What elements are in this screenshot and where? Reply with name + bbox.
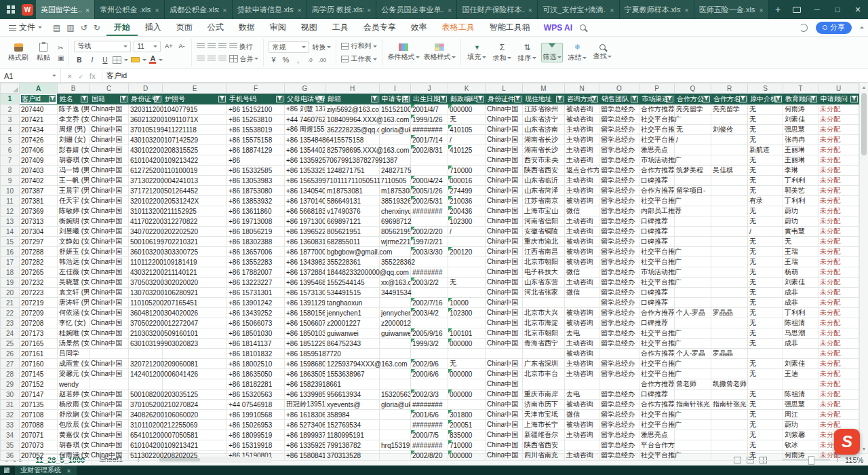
font-color-button[interactable]: A bbox=[149, 56, 156, 64]
cell[interactable]: 207173 bbox=[20, 328, 58, 339]
cell[interactable]: 成非 bbox=[783, 288, 818, 298]
cell[interactable]: 留学总经办 bbox=[599, 369, 639, 379]
cell[interactable] bbox=[411, 216, 448, 227]
cell[interactable]: 2005/1/26 bbox=[411, 186, 448, 196]
row-header[interactable]: 33 bbox=[1, 420, 20, 430]
cell[interactable]: 无 bbox=[748, 288, 783, 298]
cell[interactable]: 微信 bbox=[565, 410, 599, 420]
align-center-icon[interactable] bbox=[208, 56, 216, 62]
cell[interactable]: 留学总经办 bbox=[599, 176, 639, 186]
cell[interactable]: 合作方推荐 bbox=[639, 186, 675, 196]
cell[interactable]: 主动咨询 bbox=[565, 216, 599, 227]
cell[interactable]: +86 18002510 bbox=[227, 359, 285, 369]
cell[interactable]: 207147 bbox=[20, 390, 58, 400]
cell[interactable]: 430103200107142529 bbox=[129, 135, 163, 145]
cell[interactable]: +86 17882007 bbox=[227, 267, 285, 278]
cell[interactable]: 无 bbox=[748, 166, 783, 176]
cell[interactable]: 留学总经办 bbox=[599, 278, 639, 288]
column-header-Q[interactable]: Q bbox=[675, 83, 711, 94]
cell[interactable]: 市场活动推广 bbox=[639, 267, 675, 278]
cell[interactable]: 合作方推荐 bbox=[639, 400, 675, 410]
row-header[interactable]: 35 bbox=[1, 440, 20, 451]
cell[interactable]: 122593794XXX@163.com bbox=[326, 359, 380, 369]
cell[interactable]: 2002/5/31 bbox=[411, 196, 448, 206]
decrease-decimal-icon[interactable] bbox=[305, 57, 315, 63]
cell[interactable]: China中国 bbox=[486, 104, 523, 115]
row-header[interactable]: 32 bbox=[1, 410, 20, 420]
cell[interactable]: 110112200109181419 bbox=[129, 257, 163, 267]
scroll-up-icon[interactable] bbox=[862, 83, 867, 92]
cell[interactable]: m18753081 bbox=[326, 186, 380, 196]
column-header-E[interactable]: E bbox=[163, 83, 227, 94]
cell[interactable]: China中国 bbox=[90, 410, 129, 420]
cell[interactable]: 274499 bbox=[448, 186, 486, 196]
cell[interactable]: 未分配 bbox=[818, 206, 859, 216]
cell[interactable]: 青海省西宁 bbox=[523, 339, 565, 349]
find-button[interactable]: 查找 bbox=[591, 44, 613, 61]
cell[interactable] bbox=[711, 390, 748, 400]
cell[interactable]: 未分配 bbox=[818, 125, 859, 135]
cell[interactable]: 956613934 bbox=[326, 390, 380, 400]
cell[interactable]: 杨萌 bbox=[783, 267, 818, 278]
cell[interactable]: 何雨涛 bbox=[783, 104, 818, 115]
scroll-down-icon[interactable] bbox=[862, 444, 867, 453]
cell[interactable]: 蔚玏 bbox=[783, 216, 818, 227]
cell[interactable]: 胡睿琪 (女 bbox=[58, 155, 90, 166]
cell[interactable]: 被动咨询 bbox=[565, 420, 599, 430]
cell[interactable]: 强思慧 bbox=[783, 125, 818, 135]
cell[interactable]: xyevents@ bbox=[326, 400, 380, 410]
align-middle-icon[interactable] bbox=[208, 43, 216, 50]
cell[interactable]: 340826200106060020 bbox=[129, 410, 163, 420]
cell[interactable]: China中国 bbox=[486, 451, 523, 461]
cell[interactable]: 上海市长宁 bbox=[523, 420, 565, 430]
row-header[interactable]: 10 bbox=[1, 186, 20, 196]
cell[interactable]: China中国 bbox=[486, 206, 523, 216]
cell[interactable]: 无 bbox=[748, 176, 783, 186]
collapse-ribbon-icon[interactable] bbox=[860, 24, 864, 28]
cell[interactable]: China中国 bbox=[90, 288, 129, 298]
cell[interactable] bbox=[711, 227, 748, 237]
formula-input[interactable]: 客户id bbox=[102, 69, 868, 82]
cell[interactable]: 黄韦慧 bbox=[783, 227, 818, 237]
cell[interactable]: 周江 bbox=[783, 410, 818, 420]
cell[interactable]: 口碑推荐 bbox=[639, 390, 675, 400]
cell[interactable]: 主动咨询 bbox=[565, 359, 599, 369]
cell[interactable]: +86 15731301 bbox=[227, 288, 285, 298]
filter-button[interactable] bbox=[218, 96, 226, 102]
cell[interactable]: 2002/7/16 bbox=[411, 298, 448, 308]
cell[interactable]: 陈子逸 (男 bbox=[58, 104, 90, 115]
minimize-button[interactable] bbox=[807, 0, 827, 19]
cell[interactable] bbox=[523, 379, 565, 390]
cell[interactable]: China中国 bbox=[486, 390, 523, 400]
header-cell-N[interactable]: 咨询方式 bbox=[565, 94, 599, 104]
cell[interactable]: 湖南省长沙 bbox=[523, 135, 565, 145]
row-header[interactable]: 16 bbox=[1, 247, 20, 257]
cell[interactable]: / bbox=[448, 227, 486, 237]
cell[interactable]: 返点合作方 bbox=[565, 166, 599, 176]
cell[interactable]: +86 13965221001 bbox=[285, 227, 326, 237]
cell[interactable]: 511302200208202025 bbox=[129, 451, 163, 461]
cell[interactable]: +86 周煜15538019 bbox=[285, 125, 326, 135]
align-top-icon[interactable] bbox=[197, 43, 205, 50]
cell[interactable]: 山东省济宁 bbox=[523, 115, 565, 125]
cell[interactable] bbox=[599, 349, 639, 359]
cell[interactable]: 无 bbox=[748, 339, 783, 349]
cell[interactable]: China中国 bbox=[90, 155, 129, 166]
cell[interactable]: 上海市宝山 bbox=[523, 206, 565, 216]
cell[interactable]: +86 15823918661 bbox=[285, 379, 326, 390]
cell[interactable]: 2001/7/14 bbox=[411, 135, 448, 145]
cell[interactable]: 黄嘉仪 (女 bbox=[58, 430, 90, 440]
cell[interactable]: 无 bbox=[748, 410, 783, 420]
column-header-R[interactable]: R bbox=[711, 83, 748, 94]
cell[interactable]: +86 18101832 bbox=[227, 349, 285, 359]
cell[interactable] bbox=[675, 440, 711, 451]
taskbar-grid-icon[interactable] bbox=[4, 468, 9, 473]
cell[interactable]: 丁利利 bbox=[783, 308, 818, 318]
cell[interactable] bbox=[675, 145, 711, 155]
row-header[interactable]: 28 bbox=[1, 369, 20, 379]
increase-decimal-icon[interactable] bbox=[317, 57, 327, 63]
cell[interactable] bbox=[711, 257, 748, 267]
align-left-icon[interactable] bbox=[197, 56, 205, 62]
cell[interactable]: 李忆 (女) bbox=[58, 318, 90, 328]
cell[interactable]: 207052 bbox=[20, 451, 58, 461]
